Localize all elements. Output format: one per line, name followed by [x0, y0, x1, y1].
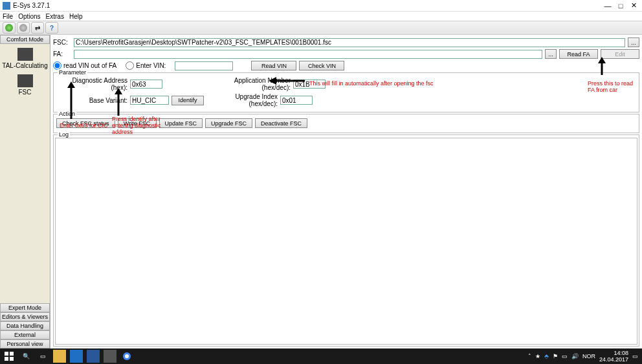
- sidebar-footer-external[interactable]: External Applications: [0, 330, 50, 339]
- taskbar-chrome-icon[interactable]: [120, 350, 133, 363]
- tray-icon-2[interactable]: ⬘: [544, 353, 549, 359]
- chrome-icon: [122, 352, 131, 361]
- vin-radio-outfa-label: read VIN out of FA: [63, 62, 116, 69]
- tray-network-icon[interactable]: ▭: [562, 353, 568, 359]
- play-icon: [5, 24, 13, 32]
- svg-rect-10: [5, 357, 8, 361]
- base-variant-input[interactable]: [130, 96, 169, 105]
- vin-enter-input[interactable]: [175, 61, 233, 70]
- menu-extras[interactable]: Extras: [46, 13, 64, 20]
- edit-fa-button[interactable]: Edit: [601, 49, 639, 59]
- deactivate-fsc-button[interactable]: Deactivate FSC: [255, 118, 307, 128]
- check-vin-button[interactable]: Check VIN: [299, 61, 344, 70]
- diag-addr-input[interactable]: [130, 80, 162, 89]
- taskbar-outlook-icon[interactable]: [70, 350, 83, 363]
- taskbar-taskview-icon[interactable]: ▭: [36, 350, 49, 363]
- upgrade-idx-label: Upgrade Index (hex/dec):: [206, 93, 278, 107]
- upgrade-idx-input[interactable]: [280, 96, 313, 105]
- sidebar-item-label: TAL-Calculating: [2, 62, 47, 69]
- toolbar-stop-button[interactable]: [17, 22, 30, 34]
- log-fieldset: Log: [53, 134, 639, 347]
- toolbar-back-button[interactable]: [3, 22, 16, 34]
- menu-options[interactable]: Options: [18, 13, 40, 20]
- minimize-button[interactable]: —: [602, 1, 614, 10]
- fa-browse-button[interactable]: ...: [545, 49, 557, 59]
- sidebar-item-fsc[interactable]: FSC: [1, 72, 49, 98]
- annotation-pressidentify: Press identify after entering diagnostic…: [112, 116, 170, 135]
- fa-input[interactable]: [74, 50, 542, 59]
- close-button[interactable]: ✕: [628, 1, 639, 10]
- vin-radio-enter-input[interactable]: [126, 61, 134, 70]
- stop-icon: [19, 24, 27, 32]
- sidebar-footer-data[interactable]: Data Handling: [0, 321, 50, 330]
- tray-notification-icon[interactable]: ▭: [632, 353, 638, 359]
- read-fa-button[interactable]: Read FA: [559, 49, 598, 59]
- taskbar-clock[interactable]: 14:08 24.04.2017: [599, 350, 628, 363]
- menu-help[interactable]: Help: [69, 13, 83, 20]
- svg-rect-11: [10, 357, 14, 361]
- fa-label: FA:: [53, 50, 71, 58]
- taskbar-esys-icon[interactable]: [104, 350, 116, 363]
- toolbar-connect-button[interactable]: ⇄: [31, 22, 44, 34]
- tray-chevron-icon[interactable]: ˄: [528, 353, 531, 359]
- app-icon: [3, 2, 10, 10]
- start-button[interactable]: [3, 350, 16, 363]
- identify-button[interactable]: Identify: [172, 96, 204, 105]
- vin-radio-enter-label: Enter VIN:: [136, 62, 166, 69]
- upgrade-fsc-button[interactable]: Upgrade FSC: [205, 118, 252, 128]
- annotation-pressread: Press this to read FA from car: [588, 80, 639, 93]
- sidebar-footer-personal[interactable]: Personal view: [0, 339, 50, 348]
- sidebar-header-comfort[interactable]: Comfort Mode: [0, 35, 50, 44]
- sidebar-item-tal[interactable]: TAL-Calculating: [1, 45, 49, 72]
- fsc-label: FSC:: [53, 39, 71, 46]
- menu-file[interactable]: File: [3, 13, 13, 20]
- base-variant-label: Base Variant:: [56, 97, 127, 104]
- vin-radio-enter[interactable]: Enter VIN:: [126, 61, 166, 70]
- action-legend: Action: [58, 111, 76, 117]
- parameter-fieldset: Parameter Diagnostic Address (hex): Appl…: [53, 72, 639, 112]
- tray-volume-icon[interactable]: 🔊: [571, 353, 579, 359]
- fsc-browse-button[interactable]: ...: [628, 37, 639, 47]
- taskbar-search-icon[interactable]: 🔍: [19, 350, 32, 363]
- svg-point-13: [125, 354, 129, 358]
- sidebar-item-label: FSC: [19, 89, 32, 96]
- parameter-legend: Parameter: [58, 69, 87, 76]
- tray-icon-3[interactable]: ⚑: [553, 353, 558, 359]
- annotation-enter63: Enter 0x63 for CIC: [60, 122, 108, 129]
- taskbar-explorer-icon[interactable]: [53, 350, 66, 363]
- fsc-icon: [17, 74, 33, 87]
- connect-icon: ⇄: [35, 25, 40, 32]
- sidebar-footer-editors[interactable]: Editors & Viewers: [0, 312, 50, 321]
- svg-rect-9: [10, 352, 14, 356]
- app-num-label: Application Number (hex/dec):: [206, 77, 291, 91]
- tray-lang[interactable]: NOR: [582, 353, 595, 359]
- window-title: E-Sys 3.27.1: [13, 2, 602, 9]
- toolbar-help-button[interactable]: ?: [45, 22, 58, 34]
- svg-rect-8: [5, 352, 8, 356]
- windows-icon: [5, 352, 14, 361]
- read-vin-button[interactable]: Read VIN: [251, 61, 296, 70]
- clock-time: 14:08: [599, 350, 628, 356]
- tray-icon-1[interactable]: ★: [535, 353, 540, 359]
- log-legend: Log: [58, 131, 70, 138]
- clock-date: 24.04.2017: [599, 356, 628, 363]
- annotation-fillauto: This will fill in automatically after op…: [309, 80, 434, 87]
- sidebar-footer-expert[interactable]: Expert Mode: [0, 303, 50, 312]
- tal-icon: [17, 48, 33, 61]
- diag-addr-label: Diagnostic Address (hex):: [56, 77, 127, 91]
- help-icon: ?: [50, 25, 54, 32]
- log-textarea[interactable]: [55, 138, 637, 345]
- maximize-button[interactable]: □: [615, 1, 626, 10]
- taskbar-word-icon[interactable]: [87, 350, 100, 363]
- fsc-path-input[interactable]: [74, 38, 625, 47]
